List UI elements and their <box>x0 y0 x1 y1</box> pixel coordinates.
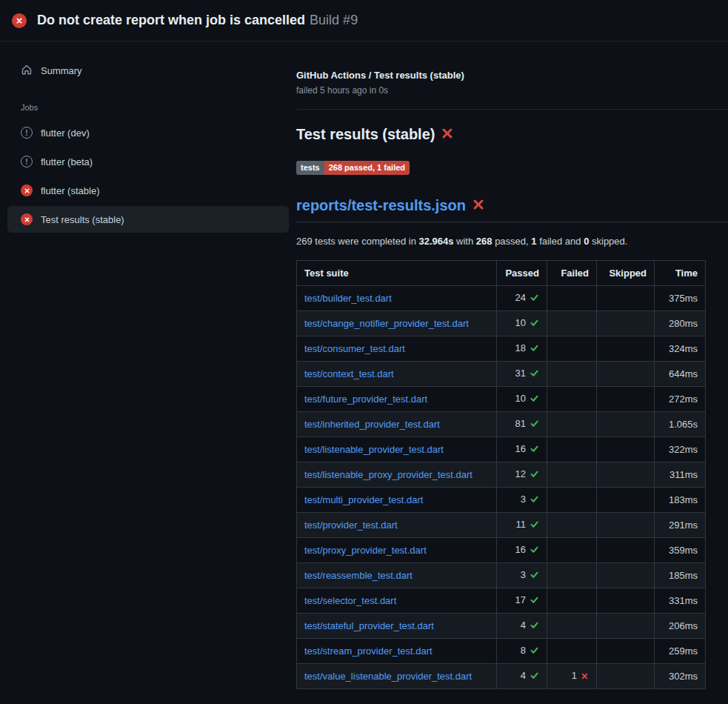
failed-count: 1 <box>572 670 577 681</box>
passed-count: 3 <box>521 494 526 505</box>
failed-cell <box>547 563 597 588</box>
content-layout: Summary Jobs !flutter (dev)!flutter (bet… <box>0 41 728 703</box>
failed-cell <box>547 336 597 362</box>
passed-count: 10 <box>515 393 526 404</box>
test-suite-link[interactable]: test/listenable_proxy_provider_test.dart <box>304 469 472 480</box>
skipped-cell <box>597 412 655 437</box>
check-icon <box>530 419 539 431</box>
test-suite-cell: test/stream_provider_test.dart <box>297 639 497 664</box>
time-cell: 1.065s <box>655 412 706 437</box>
test-suite-link[interactable]: test/builder_test.dart <box>304 293 392 304</box>
failed-icon <box>21 185 33 196</box>
check-icon <box>530 596 539 607</box>
time-cell: 644ms <box>655 362 706 387</box>
failed-cell <box>547 286 597 311</box>
table-row: test/reassemble_test.dart3185ms <box>297 563 706 588</box>
check-icon <box>530 319 539 330</box>
test-suite-link[interactable]: test/future_provider_test.dart <box>304 393 427 405</box>
test-suite-cell: test/future_provider_test.dart <box>297 387 497 412</box>
passed-count: 8 <box>521 645 526 656</box>
test-suite-link[interactable]: test/stateful_provider_test.dart <box>304 620 434 631</box>
table-row: test/value_listenable_provider_test.dart… <box>297 664 706 689</box>
skipped-cell <box>597 488 655 513</box>
check-icon <box>530 369 539 380</box>
sidebar-item-flutter-beta[interactable]: !flutter (beta) <box>7 148 289 175</box>
time-cell: 311ms <box>655 462 706 488</box>
time-cell: 359ms <box>655 538 706 563</box>
test-suite-cell: test/inherited_provider_test.dart <box>297 412 497 437</box>
test-suite-link[interactable]: test/consumer_test.dart <box>304 343 405 354</box>
test-suite-link[interactable]: test/multi_provider_test.dart <box>304 494 423 505</box>
time-cell: 324ms <box>655 336 706 362</box>
time-cell: 375ms <box>655 286 706 311</box>
failed-cell <box>547 462 597 488</box>
failed-cell <box>547 488 597 513</box>
summary-part: skipped. <box>589 236 627 247</box>
failed-cell <box>547 513 597 538</box>
test-suite-cell: test/selector_test.dart <box>297 588 497 614</box>
build-number: Build #9 <box>310 13 358 27</box>
passed-cell: 12 <box>497 462 547 488</box>
test-suite-link[interactable]: test/listenable_provider_test.dart <box>304 444 444 455</box>
summary-part: passed, <box>492 236 532 247</box>
skipped-cell <box>597 513 655 538</box>
sidebar-item-test-results-stable[interactable]: Test results (stable) <box>7 206 289 233</box>
test-suite-cell: test/multi_provider_test.dart <box>297 488 497 513</box>
skipped-cell <box>597 286 655 311</box>
test-suite-link[interactable]: test/inherited_provider_test.dart <box>304 419 440 430</box>
skipped-cell <box>597 336 655 362</box>
test-suite-cell: test/value_listenable_provider_test.dart <box>297 664 497 689</box>
test-suite-link[interactable]: test/change_notifier_provider_test.dart <box>304 318 469 329</box>
test-suite-cell: test/listenable_provider_test.dart <box>297 437 497 462</box>
column-header-skipped: Skipped <box>597 261 655 286</box>
check-icon <box>530 571 539 582</box>
passed-count: 16 <box>515 544 526 555</box>
table-row: test/builder_test.dart24375ms <box>297 286 706 311</box>
passed-cell: 10 <box>497 387 547 412</box>
sidebar-item-flutter-stable[interactable]: flutter (stable) <box>7 177 289 204</box>
test-suite-link[interactable]: test/stream_provider_test.dart <box>304 645 433 657</box>
passed-count: 4 <box>521 620 526 631</box>
test-suite-link[interactable]: test/context_test.dart <box>304 368 394 379</box>
test-suite-cell: test/listenable_proxy_provider_test.dart <box>297 462 497 488</box>
check-icon <box>530 671 539 683</box>
failed-cell <box>547 311 597 336</box>
passed-cell: 8 <box>497 639 547 664</box>
test-suite-cell: test/change_notifier_provider_test.dart <box>297 311 497 336</box>
sidebar-item-flutter-dev[interactable]: !flutter (dev) <box>7 119 289 146</box>
passed-cell: 3 <box>497 563 547 588</box>
summary-part: 269 tests were completed in <box>296 236 418 247</box>
test-suite-link[interactable]: test/reassemble_test.dart <box>304 570 413 581</box>
neutral-icon: ! <box>21 156 33 167</box>
sidebar-item-summary[interactable]: Summary <box>7 58 289 84</box>
table-row: test/provider_test.dart11291ms <box>297 513 706 538</box>
passed-cell: 4 <box>497 664 547 689</box>
home-icon <box>21 64 33 78</box>
check-icon <box>530 495 539 506</box>
table-row: test/selector_test.dart17331ms <box>297 588 706 614</box>
table-row: test/stream_provider_test.dart8259ms <box>297 639 706 664</box>
header: Do not create report when job is cancell… <box>0 0 728 41</box>
time-cell: 259ms <box>655 639 706 664</box>
passed-cell: 31 <box>497 362 547 387</box>
time-cell: 302ms <box>655 664 706 689</box>
test-suite-link[interactable]: test/provider_test.dart <box>304 519 398 531</box>
failed-cell <box>547 639 597 664</box>
passed-count: 16 <box>515 443 526 454</box>
time-cell: 185ms <box>655 563 706 588</box>
table-row: test/context_test.dart31644ms <box>297 362 706 387</box>
failed-cell <box>547 437 597 462</box>
passed-count: 17 <box>515 594 526 605</box>
table-row: test/future_provider_test.dart10272ms <box>297 387 706 412</box>
test-suite-link[interactable]: test/selector_test.dart <box>304 595 396 606</box>
test-suite-link[interactable]: test/proxy_provider_test.dart <box>304 545 427 556</box>
run-status-line: failed 5 hours ago in 0s <box>296 85 728 96</box>
report-link[interactable]: reports/test-results.json <box>296 197 466 214</box>
test-suite-link[interactable]: test/value_listenable_provider_test.dart <box>304 671 472 682</box>
test-suite-cell: test/provider_test.dart <box>297 513 497 538</box>
time-cell: 322ms <box>655 437 706 462</box>
skipped-cell <box>597 387 655 412</box>
table-row: test/consumer_test.dart18324ms <box>297 336 706 362</box>
section-title-text: Test results (stable) <box>296 126 435 143</box>
check-icon <box>530 621 539 632</box>
